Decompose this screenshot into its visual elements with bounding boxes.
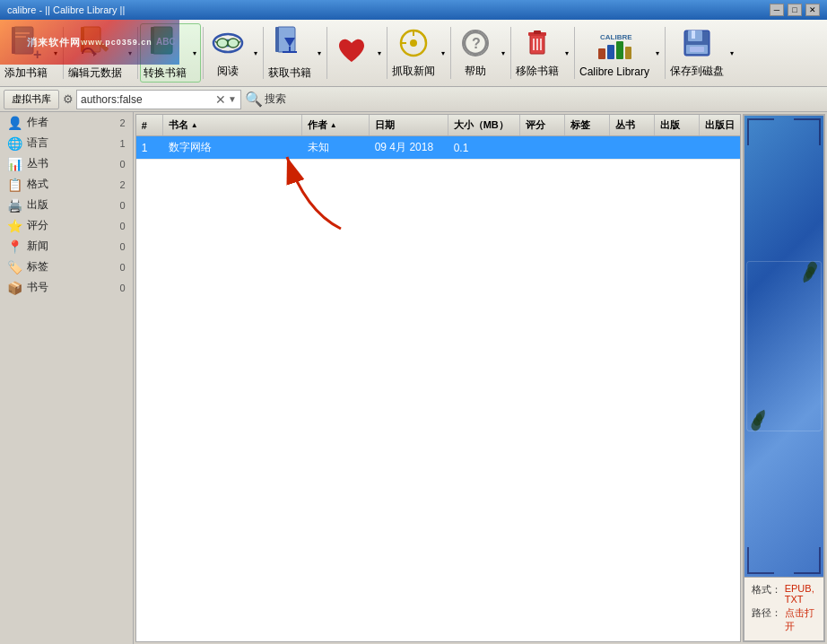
convert-svg: ABC [149,25,181,61]
save-dropdown[interactable]: ▾ [727,23,737,83]
news-button[interactable]: 抓取新闻 [389,23,438,83]
col-size[interactable]: 大小（MB） [448,115,520,135]
svg-rect-42 [598,48,605,59]
read-button[interactable]: 阅读 [205,23,250,83]
filter-input[interactable] [81,93,215,106]
save-button[interactable]: 保存到磁盘 [667,23,727,83]
remove-label: 移除书籍 [516,64,559,79]
sidebar-item-isbn[interactable]: 📦 书号 0 [0,277,133,298]
help-btn-group: ? 帮助 ▾ [453,23,509,83]
read-label: 阅读 [217,64,239,79]
col-num-label: # [142,120,147,131]
news-dropdown[interactable]: ▾ [438,23,448,83]
col-num[interactable]: # [136,115,163,135]
col-series-label: 丛书 [615,118,635,132]
col-rating[interactable]: 评分 [520,115,565,135]
sidebar-item-tags[interactable]: 🏷️ 标签 0 [0,257,133,277]
heart-button[interactable] [329,23,374,83]
calibre-lib-dropdown[interactable]: ▾ [652,23,663,83]
col-pubdate[interactable]: 出版日 [700,115,740,135]
add-book-dropdown[interactable]: ▾ [50,23,61,83]
get-books-button[interactable]: 获取书籍 [266,23,314,83]
svg-rect-44 [616,41,623,59]
edit-meta-btn-group: 编辑元数据 ▾ [65,23,135,83]
series-label: 丛书 [27,156,108,171]
help-button[interactable]: ? 帮助 [453,23,498,83]
col-title-label: 书名 [169,118,188,132]
cell-author: 未知 [302,140,370,155]
convert-dropdown[interactable]: ▾ [189,24,200,82]
sep-8 [510,27,511,79]
formats-label: 格式 [27,177,108,192]
save-label: 保存到磁盘 [670,64,724,79]
edit-meta-button[interactable]: 编辑元数据 [65,23,125,83]
col-publisher[interactable]: 出版 [655,115,700,135]
sidebar-item-news[interactable]: 📍 新闻 0 [0,236,133,257]
svg-rect-51 [690,47,704,52]
ratings-label: 评分 [27,218,108,233]
isbn-count: 0 [113,283,126,293]
col-date[interactable]: 日期 [370,115,448,135]
virtual-library-button[interactable]: 虚拟书库 [4,90,59,109]
heart-dropdown[interactable]: ▾ [374,23,385,83]
remove-dropdown[interactable]: ▾ [561,23,572,83]
path-link[interactable]: 点击打开 [785,606,816,633]
cell-date: 09 4月 2018 [370,140,448,155]
news-label: 抓取新闻 [392,64,435,79]
sep-3 [203,27,204,79]
remove-button[interactable]: 移除书籍 [513,23,561,83]
ratings-count: 0 [113,221,126,231]
filter-clear-button[interactable]: ✕ [215,92,226,107]
series-count: 0 [113,159,126,170]
isbn-icon: 📦 [7,281,22,295]
languages-label: 语言 [27,135,108,151]
close-button[interactable]: ✕ [805,4,820,16]
news-btn-group: 抓取新闻 ▾ [389,23,448,83]
filter-dropdown-button[interactable]: ▼ [228,94,237,104]
help-dropdown[interactable]: ▾ [498,23,509,83]
edit-meta-label: 编辑元数据 [68,65,122,81]
sidebar-item-series[interactable]: 📊 丛书 0 [0,153,133,174]
add-book-button[interactable]: + 添加书籍 [2,23,50,83]
svg-rect-0 [13,27,33,54]
col-author[interactable]: 作者 ▲ [302,115,370,135]
col-tags[interactable]: 标签 [565,115,610,135]
heart-svg [335,35,368,67]
svg-rect-6 [81,27,84,52]
convert-btn-group: ABC 转换书籍 ▾ [140,23,201,83]
book-info-panel: 格式： EPUB, TXT 路径： 点击打开 [744,577,823,640]
path-label: 路径： [752,606,781,620]
svg-rect-38 [534,30,541,34]
convert-button[interactable]: ABC 转换书籍 [141,24,189,82]
remove-svg [521,27,553,59]
svg-rect-1 [12,27,15,54]
sep-5 [326,27,327,79]
read-btn-group: 阅读 ▾ [205,23,261,83]
sidebar-item-ratings[interactable]: ⭐ 评分 0 [0,215,133,236]
news-sidebar-label: 新闻 [27,239,108,254]
svg-text:?: ? [472,36,481,51]
col-size-label: 大小（MB） [454,118,509,132]
get-books-dropdown[interactable]: ▾ [314,23,325,83]
sep-2 [137,27,138,79]
calibre-lib-button[interactable]: CALIBRE Calibre Library [577,23,652,83]
read-dropdown[interactable]: ▾ [250,23,261,83]
sidebar-item-publishers[interactable]: 🖨️ 出版 0 [0,195,133,215]
ratings-icon: ⭐ [7,219,22,233]
sidebar-item-authors[interactable]: 👤 作者 2 [0,112,133,133]
format-value[interactable]: EPUB, TXT [785,583,816,605]
col-title[interactable]: 书名 ▲ [163,115,302,135]
filter-input-wrap: ✕ ▼ [76,90,241,109]
col-rating-label: 评分 [526,118,545,132]
sidebar-item-formats[interactable]: 📋 格式 2 [0,174,133,195]
maximize-button[interactable]: □ [788,4,802,16]
edit-meta-dropdown[interactable]: ▾ [125,23,135,83]
book-cover-area [744,116,823,577]
table-row[interactable]: 1 数字网络 未知 09 4月 2018 0.1 [136,136,740,160]
sidebar-item-languages[interactable]: 🌐 语言 1 [0,133,133,153]
book-list-scroll: 1 数字网络 未知 09 4月 2018 0.1 [136,136,740,641]
svg-text:+: + [33,47,41,61]
col-series[interactable]: 丛书 [610,115,655,135]
window-controls: ─ □ ✕ [770,4,820,16]
minimize-button[interactable]: ─ [770,4,784,16]
